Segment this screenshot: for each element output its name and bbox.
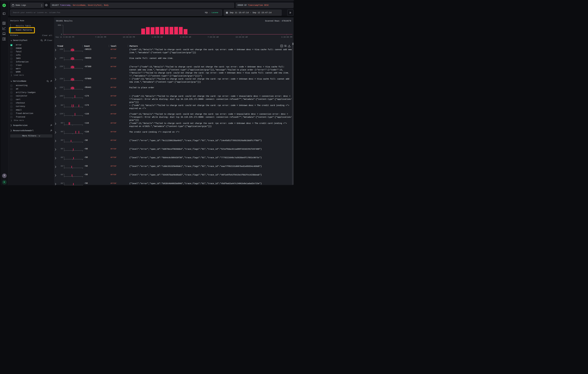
svg-text:80K: 80K xyxy=(58,24,61,26)
svg-text:7:30:00 PM: 7:30:00 PM xyxy=(95,36,106,38)
svg-text:Sep 11 3:30:00 PM: Sep 11 3:30:00 PM xyxy=(55,36,74,38)
svg-text:1:30:00 AM: 1:30:00 AM xyxy=(152,36,163,38)
svg-text:3:30:00 PM: 3:30:00 PM xyxy=(281,36,292,38)
svg-text:4:30:00 AM: 4:30:00 AM xyxy=(180,36,191,38)
svg-text:7:30:00 AM: 7:30:00 AM xyxy=(208,36,219,38)
svg-text:0: 0 xyxy=(61,33,62,35)
svg-text:10:30:00 PM: 10:30:00 PM xyxy=(123,36,135,38)
svg-text:10:30:00 AM: 10:30:00 AM xyxy=(236,36,248,38)
